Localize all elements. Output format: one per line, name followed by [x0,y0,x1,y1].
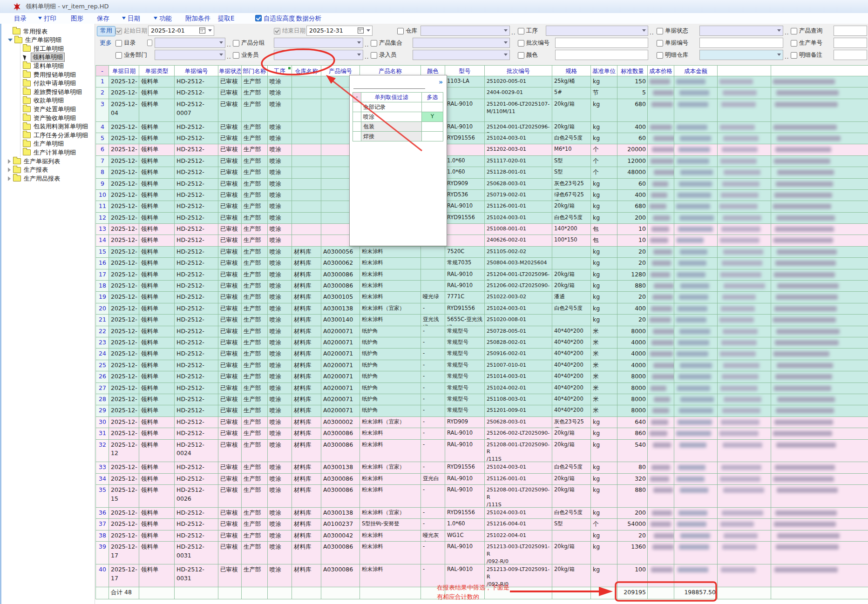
table-row-28[interactable]: 282025-12-11领料单HD-2512-0023已审核生产部喷涂材料库A0… [96,394,868,405]
table-row-22[interactable]: 222025-12-11领料单HD-2512-0023已审核生产部喷涂材料库A0… [96,326,868,337]
sidebar-item-生产单据明细[interactable]: 生产单据明细 [8,36,61,44]
calendar-icon[interactable] [199,27,205,34]
chevron-down-icon[interactable] [504,54,508,56]
more-filters-button[interactable]: 更多 [100,39,112,47]
filter-checkbox-产品集合[interactable]: 产品集合 [371,39,402,47]
toolbar-item-6[interactable]: 功能 [154,14,172,23]
column-header-仓库名称[interactable]: 仓库名称 [292,66,321,76]
checkbox-icon[interactable] [657,28,663,34]
catalog-mini-box[interactable] [147,40,152,46]
toolbar-item-2[interactable]: 打印 [38,14,56,23]
chevron-down-icon[interactable] [219,41,223,44]
filter-checkbox-仓库[interactable]: 仓库 [397,27,417,35]
column-header--[interactable]: - [96,66,109,76]
popup-filter-option-全部记录[interactable]: 全部记录 [353,102,443,112]
filter-dropdown-产品分组[interactable] [274,38,363,48]
column-header-成本价格[interactable]: 成本价格 [648,66,674,76]
popup-row-selector[interactable] [353,132,361,141]
table-row-38[interactable]: 382025-12-17领料单HD-2512-0031已审核生产部喷涂材料库A0… [96,530,868,542]
checkbox-icon[interactable] [371,40,377,47]
filter-dropdown-业务员[interactable] [274,50,363,60]
popup-filter-option-包装[interactable]: 包装 [353,122,443,132]
table-row-16[interactable]: 162025-12-09领料单HD-2512-0017已审核生产部喷涂材料库A0… [96,258,868,269]
filter-checkbox-生产单号[interactable]: 生产单号 [791,39,822,47]
table-row-3[interactable]: 32025-12-04领料单HD-2512-0007已审核生产部喷涂-RAL-9… [96,99,868,122]
checkbox-icon[interactable] [274,28,280,34]
popup-filter-option-焊接[interactable]: 焊接 [353,132,443,141]
popup-option-label[interactable]: 包装 [361,122,422,132]
toolbar-item-5[interactable]: 日期 [122,14,140,23]
checkbox-icon[interactable] [791,52,797,59]
calendar-icon[interactable] [358,27,364,34]
column-header-单据编号[interactable]: 单据编号 [175,66,218,76]
chevron-down-icon[interactable] [504,29,508,32]
popup-expand-icon[interactable]: » [439,78,443,86]
toolbar-item-1[interactable]: 目录 [14,14,27,23]
filter-dropdown-单据状态[interactable] [699,26,783,36]
filter-checkbox-颜色[interactable]: 颜色 [518,51,538,59]
filter-dropdown-仓库[interactable] [420,26,510,36]
filter-input-生产单号[interactable] [834,38,867,48]
table-row-7[interactable]: 72025-12-04领料单HD-2512-0011已审核生产部喷涂S型挂钩-安… [96,156,868,167]
filter-input-颜色[interactable] [555,50,648,60]
table-row-2[interactable]: 22025-12-04领料单HD-2512-0007已审核生产部喷涂-2404-… [96,87,868,99]
table-row-30[interactable]: 302025-12-12领料单HD-2512-0024已审核生产部喷涂材料库A0… [96,417,868,428]
table-row-39[interactable]: 392025-12-17领料单HD-2512-0031已审核生产部喷涂材料库A0… [96,542,868,564]
chevron-down-icon[interactable] [208,29,212,32]
filter-checkbox-业务部门[interactable]: 业务部门 [115,51,147,59]
table-row-24[interactable]: 242025-12-11领料单HD-2512-0023已审核生产部喷涂材料库A0… [96,349,868,360]
sidebar-item-报工单明细[interactable]: 报工单明细 [23,45,64,53]
filter-checkbox-工序[interactable]: 工序 [518,27,538,35]
table-row-29[interactable]: 292025-12-11领料单HD-2512-0023已审核生产部喷涂材料库A0… [96,405,868,416]
checkbox-icon[interactable] [115,52,122,59]
table-row-26[interactable]: 262025-12-11领料单HD-2512-0023已审核生产部喷涂材料库A0… [96,371,868,383]
chevron-down-icon[interactable] [504,41,508,44]
sidebar-item-常用报表[interactable]: 常用报表 [8,27,47,35]
sidebar-item-资产验收单明细[interactable]: 资产验收单明细 [23,114,76,122]
table-row-4[interactable]: 42025-12-04领料单HD-2512-0007已审核生产部喷涂-RAL-9… [96,122,868,133]
filter-input-批次编号[interactable] [555,38,648,48]
chevron-down-icon[interactable] [777,29,781,32]
toolbar-item-8[interactable]: 提取E [218,14,235,23]
filter-dropdown-工序[interactable] [546,26,648,36]
filter-checkbox-结束日期[interactable]: 结束日期 [274,27,305,35]
table-row-18[interactable]: 182025-12-09领料单HD-2512-0017已审核生产部喷涂材料库A0… [96,281,868,292]
table-row-35[interactable]: 352025-12-15领料单HD-2512-0026已审核生产部喷涂材料库A0… [96,485,868,508]
table-row-40[interactable]: 402025-12-17领料单HD-2512-0031已审核生产部喷涂材料库A0… [96,564,868,587]
sidebar-item-退料单明细[interactable]: 退料单明细 [23,62,64,70]
checkbox-icon[interactable] [518,40,524,47]
sidebar-item-生产用品报表[interactable]: 生产用品报表 [8,174,60,182]
sidebar-item-资产处置单明细[interactable]: 资产处置单明细 [23,105,76,113]
chevron-down-icon[interactable] [366,29,370,32]
table-row-14[interactable]: 142025-12-08领料单HD-2512-0016已审核生产部喷涂-2406… [96,235,868,246]
filter-checkbox-产品分组[interactable]: 产品分组 [233,39,264,47]
filter-checkbox-明细备注[interactable]: 明细备注 [791,51,822,59]
sidebar-item-生产报表[interactable]: 生产报表 [8,166,48,174]
chevron-right-icon[interactable] [8,168,11,172]
column-header-规格[interactable]: 规格 [552,66,591,76]
filter-checkbox-单据编号[interactable]: 单据编号 [657,39,688,47]
toolbar-item-3[interactable]: 图形 [71,14,83,23]
filter-dropdown-目录[interactable] [155,38,225,48]
table-row-36[interactable]: 362025-12-15领料单HD-2512-0026已审核生产部喷涂材料库A0… [96,508,868,519]
filter-checkbox-起始日期[interactable]: 起始日期 [115,27,147,35]
column-header-单据类型[interactable]: 单据类型 [139,66,175,76]
toolbar-item-7[interactable]: 附加条件 [185,14,210,23]
table-row-9[interactable]: 92025-12-05领料单HD-2512-0014已审核生产部喷涂粉末涂料（宜… [96,179,868,190]
column-header-col18[interactable] [718,66,771,76]
popup-row-selector[interactable] [353,102,361,112]
table-row-15[interactable]: 152025-12-09领料单HD-2512-0017已审核生产部喷涂材料库A0… [96,247,868,258]
checkbox-icon[interactable] [518,52,524,59]
column-header-部门名称[interactable]: 部门名称 [242,66,268,76]
checkbox-icon[interactable] [115,28,122,34]
toolbar-item-4[interactable]: 保存 [97,14,109,23]
toolbar-item-10[interactable]: 数据分析 [296,14,321,23]
filter-input-产品查询[interactable] [834,26,867,36]
filter-checkbox-批次编号[interactable]: 批次编号 [518,39,549,47]
toolbar-item-9[interactable]: 自适应高度 [255,14,295,23]
chevron-down-icon[interactable] [357,41,361,44]
table-row-8[interactable]: 82025-12-04领料单HD-2512-0011已审核生产部喷涂S型挂钩-安… [96,167,868,178]
table-row-20[interactable]: 202025-12-09领料单HD-2512-0017已审核生产部喷涂材料库A0… [96,303,868,315]
filter-dropdown-录入员[interactable] [413,50,510,60]
table-row-31[interactable]: 312025-12-12领料单HD-2512-0024已审核生产部喷涂材料库A0… [96,428,868,439]
